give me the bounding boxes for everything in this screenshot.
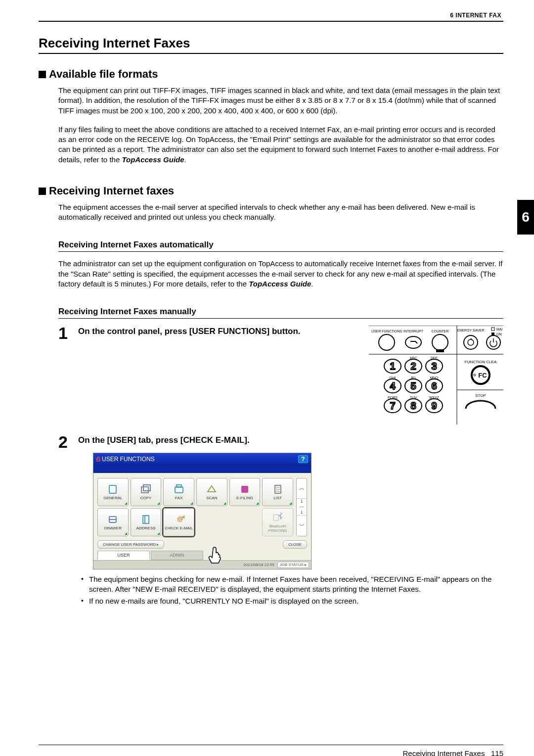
header-rule (39, 21, 503, 22)
screen-titlebar: ⎙USER FUNCTIONS ? (93, 453, 311, 465)
svg-text:ENERGY SAVER: ENERGY SAVER (457, 329, 485, 332)
step-instruction: On the control panel, press [USER FUNCTI… (78, 326, 361, 336)
ref-guide: TopAccess Guide (122, 155, 184, 164)
touchscreen-figure: ⎙USER FUNCTIONS ? GENERAL COPY FAX SCAN … (93, 453, 312, 569)
subheading-manual: Receiving Internet Faxes manually (58, 307, 503, 317)
svg-text:@: @ (177, 515, 183, 522)
svg-rect-63 (143, 516, 149, 523)
svg-text:5: 5 (410, 380, 416, 391)
svg-text:3: 3 (431, 361, 437, 372)
step2-bullets: The equipment begins checking for new e-… (80, 574, 503, 607)
svg-rect-51 (109, 485, 116, 493)
body-text: If any files failing to meet the above c… (58, 125, 503, 165)
help-button[interactable]: ? (298, 455, 308, 463)
control-panel-figure: USER FUNCTIONS INTERRUPT COUNTER ABC DEF… (369, 326, 503, 426)
scroll-down-icon[interactable]: ﹀ (297, 516, 307, 536)
body-text: The equipment can print out TIFF-FX imag… (58, 86, 503, 116)
tile-fax[interactable]: FAX (163, 478, 194, 506)
svg-point-42 (464, 335, 478, 349)
svg-text:STOP: STOP (475, 393, 486, 398)
tile-general[interactable]: GENERAL (97, 478, 129, 506)
svg-text:6: 6 (431, 380, 437, 391)
step-instruction: On the [USER] tab, press [CHECK E-MAIL]. (78, 434, 503, 445)
body-text-run: . (311, 280, 313, 288)
svg-point-7 (379, 334, 395, 350)
change-password-button[interactable]: CHANGE USER PASSWORD▸ (97, 540, 164, 549)
running-header: 6 INTERNET FAX (39, 12, 503, 19)
section-receiving-internet-faxes: Receiving Internet faxes (39, 185, 503, 197)
svg-rect-10 (436, 349, 444, 352)
svg-text:9: 9 (431, 400, 437, 411)
square-bullet-icon (39, 188, 46, 195)
svg-rect-56 (241, 486, 248, 493)
svg-text:FC: FC (478, 372, 487, 379)
job-status-button[interactable]: JOB STATUS ▸ (277, 562, 309, 568)
subheading-auto: Receiving Internet Faxes automatically (58, 240, 503, 250)
list-item: The equipment begins checking for new e-… (80, 574, 503, 595)
step-number: 1 (58, 326, 73, 341)
list-item: If no new e-mails are found, "CURRENTLY … (80, 596, 503, 606)
scrollbar[interactable]: ︿ 1—1 ﹀ (296, 478, 307, 536)
tile-check-email[interactable]: @CHECK E-MAIL (163, 508, 194, 536)
svg-point-8 (405, 336, 421, 348)
body-text: The administrator can set up the equipme… (58, 259, 503, 289)
tile-drawer[interactable]: DRAWER (97, 508, 129, 536)
chapter-thumb-tab: 6 (517, 200, 534, 235)
svg-text:8: 8 (410, 400, 416, 411)
status-bar: 2011/08/18 12:55 JOB STATUS ▸ (93, 560, 311, 569)
page-title: Receiving Internet Faxes (39, 36, 503, 51)
tab-admin[interactable]: ADMIN (151, 551, 203, 560)
svg-rect-64 (144, 516, 145, 523)
svg-rect-55 (177, 485, 181, 487)
tile-list[interactable]: LIST (262, 478, 293, 506)
step-2: 2 On the [USER] tab, press [CHECK E-MAIL… (58, 434, 503, 450)
ref-guide: TopAccess Guide (249, 280, 311, 288)
h2-text: Available file formats (49, 68, 158, 80)
svg-text:COUNTER: COUNTER (432, 330, 449, 333)
tile-bluetooth: Bluetooth PRINTING (262, 508, 293, 536)
svg-rect-66 (273, 515, 278, 520)
screen-title: USER FUNCTIONS (102, 456, 155, 463)
svg-text:7: 7 (390, 400, 395, 411)
svg-text:2: 2 (410, 361, 416, 372)
sub-rule (58, 318, 503, 319)
svg-text:ON: ON (496, 332, 502, 336)
svg-point-9 (432, 334, 448, 350)
screen-ribbon (93, 465, 311, 473)
title-rule (39, 53, 503, 54)
step-1: 1 On the control panel, press [USER FUNC… (58, 326, 503, 426)
svg-rect-38 (491, 328, 494, 331)
svg-text:USER FUNCTIONS: USER FUNCTIONS (371, 330, 402, 333)
svg-rect-53 (143, 485, 150, 491)
step-number: 2 (58, 434, 73, 450)
svg-text:1: 1 (390, 361, 395, 372)
body-text-run: . (184, 155, 186, 164)
app-icon: ⎙ (96, 456, 100, 463)
svg-text:FUNCTION CLEA: FUNCTION CLEA (465, 360, 497, 364)
body-text: The equipment accesses the e-mail server… (58, 202, 503, 223)
page-footer: Receiving Internet Faxes 115 (39, 749, 503, 756)
footer-rule (39, 745, 503, 745)
tile-copy[interactable]: COPY (131, 478, 162, 506)
svg-rect-52 (141, 487, 148, 493)
section-available-file-formats: Available file formats (39, 68, 503, 81)
sub-rule (58, 251, 503, 252)
svg-text:4: 4 (390, 380, 396, 391)
square-bullet-icon (39, 71, 46, 78)
scroll-up-icon[interactable]: ︿ (297, 478, 307, 499)
close-button[interactable]: CLOSE (283, 540, 307, 549)
tile-scan[interactable]: SCAN (196, 478, 227, 506)
svg-text:MAI: MAI (496, 328, 503, 331)
svg-text:INTERRUPT: INTERRUPT (403, 330, 424, 333)
h2-text: Receiving Internet faxes (49, 185, 174, 197)
tile-address[interactable]: ADDRESS (131, 508, 162, 536)
tile-efiling[interactable]: E-FILING (229, 478, 261, 506)
tab-user[interactable]: USER (97, 551, 150, 560)
